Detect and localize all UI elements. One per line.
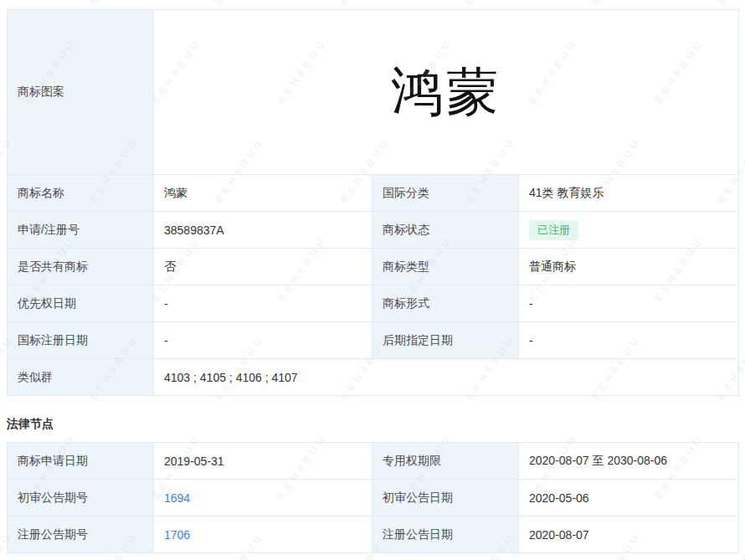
field-value-trademark-type: 普通商标 <box>519 249 739 285</box>
field-label-shared-trademark: 是否共有商标 <box>8 249 154 285</box>
table-row: 是否共有商标 否 商标类型 普通商标 <box>8 249 739 285</box>
preliminary-gazette-issue-link[interactable]: 1694 <box>164 491 190 505</box>
registration-gazette-issue-link[interactable]: 1706 <box>164 528 190 542</box>
legal-nodes-table: 商标申请日期 2019-05-31 专用权期限 2020-08-07 至 203… <box>7 442 739 553</box>
field-label-later-designated-date: 后期指定日期 <box>372 322 519 359</box>
field-value-similar-group: 4103 ; 4105 ; 4106 ; 4107 <box>154 359 739 396</box>
field-label-trademark-status: 商标状态 <box>372 212 519 249</box>
status-badge: 已注册 <box>529 220 578 240</box>
field-value-trademark-status: 已注册 <box>519 212 739 249</box>
field-value-application-date: 2019-05-31 <box>154 443 372 480</box>
field-value-exclusive-right-period: 2020-08-07 至 2030-08-06 <box>519 443 739 480</box>
field-value-trademark-name: 鸿蒙 <box>154 175 372 212</box>
field-value-priority-date: - <box>154 285 372 322</box>
field-label-preliminary-gazette-date: 初审公告日期 <box>372 480 519 516</box>
table-row: 注册公告期号 1706 注册公告日期 2020-08-07 <box>8 516 739 553</box>
trademark-image-text: 鸿蒙 <box>391 61 501 122</box>
table-row: 国标注册日期 - 后期指定日期 - <box>8 322 739 359</box>
table-row: 商标图案 鸿蒙 <box>8 10 739 175</box>
watermark-text: EEH8BUU <box>87 0 141 8</box>
field-value-preliminary-gazette-issue: 1694 <box>154 480 372 516</box>
table-row: 优先权日期 - 商标形式 - <box>8 285 739 322</box>
table-row: 类似群 4103 ; 4105 ; 4106 ; 4107 <box>8 359 739 396</box>
watermark-text: EEH8BUU <box>715 0 745 8</box>
table-row: 商标名称 鸿蒙 国际分类 41类 教育娱乐 <box>8 175 739 212</box>
field-value-registration-gazette-issue: 1706 <box>154 516 372 553</box>
field-label-similar-group: 类似群 <box>8 359 154 396</box>
field-value-national-reg-date: - <box>154 322 372 359</box>
field-label-application-date: 商标申请日期 <box>8 443 154 480</box>
watermark-text: EEH8BUU <box>213 0 266 8</box>
trademark-info-table: 商标图案 鸿蒙 商标名称 鸿蒙 国际分类 41类 教育娱乐 申请/注册号 385… <box>7 9 739 396</box>
trademark-image-cell: 鸿蒙 <box>154 10 739 175</box>
field-label-trademark-name: 商标名称 <box>8 175 154 212</box>
field-value-registration-number: 38589837A <box>154 212 372 249</box>
field-value-intl-class: 41类 教育娱乐 <box>519 175 739 212</box>
field-value-later-designated-date: - <box>519 322 739 359</box>
field-label-registration-gazette-issue: 注册公告期号 <box>8 516 154 553</box>
field-label-national-reg-date: 国标注册日期 <box>8 322 154 359</box>
field-label-exclusive-right-period: 专用权期限 <box>372 443 519 480</box>
field-label-trademark-form: 商标形式 <box>372 285 519 322</box>
watermark-text: EEH8BUU <box>0 0 15 8</box>
field-label-registration-number: 申请/注册号 <box>8 212 154 249</box>
watermark-text: EEH8BUU <box>464 0 517 8</box>
field-label-intl-class: 国际分类 <box>372 175 519 212</box>
table-row: 申请/注册号 38589837A 商标状态 已注册 <box>8 212 739 249</box>
trademark-detail-page: EEH8BUUEEH8BUUEEH8BUUEEH8BUUEEH8BUUEEH8B… <box>0 0 745 560</box>
watermark-text: EEH8BUU <box>589 0 643 8</box>
section-title-legal-nodes: 法律节点 <box>7 418 738 430</box>
table-row: 商标申请日期 2019-05-31 专用权期限 2020-08-07 至 203… <box>8 443 739 480</box>
field-label-trademark-image: 商标图案 <box>8 10 154 175</box>
field-value-shared-trademark: 否 <box>154 249 372 285</box>
field-label-priority-date: 优先权日期 <box>8 285 154 322</box>
watermark-text: EEH8BUU <box>338 0 392 8</box>
field-value-registration-gazette-date: 2020-08-07 <box>519 516 739 553</box>
field-value-preliminary-gazette-date: 2020-05-06 <box>519 480 739 516</box>
field-value-trademark-form: - <box>519 285 739 322</box>
field-label-registration-gazette-date: 注册公告日期 <box>372 516 519 553</box>
table-row: 初审公告期号 1694 初审公告日期 2020-05-06 <box>8 480 739 516</box>
field-label-preliminary-gazette-issue: 初审公告期号 <box>8 480 154 516</box>
field-label-trademark-type: 商标类型 <box>372 249 519 285</box>
